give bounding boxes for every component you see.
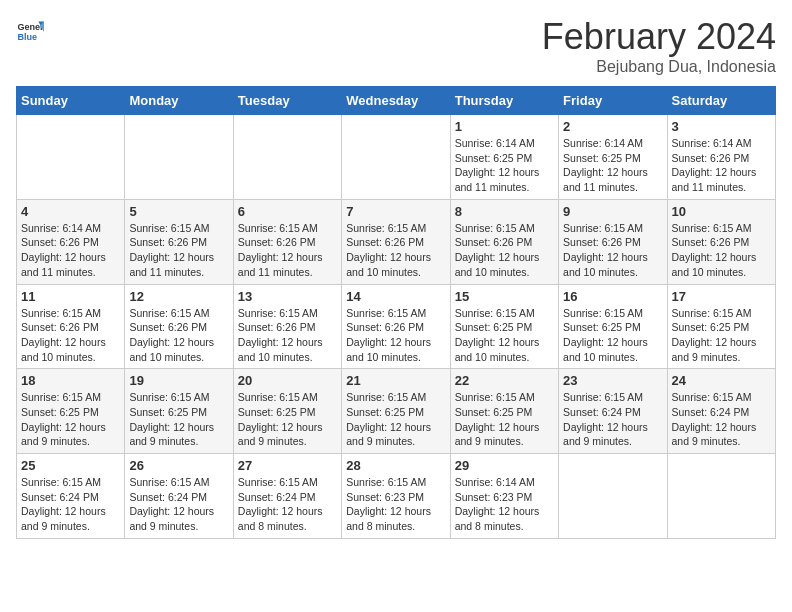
calendar-cell: 19Sunrise: 6:15 AM Sunset: 6:25 PM Dayli… (125, 369, 233, 454)
calendar-cell: 16Sunrise: 6:15 AM Sunset: 6:25 PM Dayli… (559, 284, 667, 369)
day-info: Sunrise: 6:15 AM Sunset: 6:26 PM Dayligh… (563, 221, 662, 280)
calendar-cell: 29Sunrise: 6:14 AM Sunset: 6:23 PM Dayli… (450, 454, 558, 539)
calendar-cell (559, 454, 667, 539)
svg-text:Blue: Blue (17, 32, 37, 42)
calendar-day-header: Monday (125, 87, 233, 115)
calendar-cell: 28Sunrise: 6:15 AM Sunset: 6:23 PM Dayli… (342, 454, 450, 539)
calendar-cell: 7Sunrise: 6:15 AM Sunset: 6:26 PM Daylig… (342, 199, 450, 284)
day-info: Sunrise: 6:15 AM Sunset: 6:26 PM Dayligh… (129, 306, 228, 365)
calendar-day-header: Sunday (17, 87, 125, 115)
calendar-week-row: 11Sunrise: 6:15 AM Sunset: 6:26 PM Dayli… (17, 284, 776, 369)
calendar-week-row: 4Sunrise: 6:14 AM Sunset: 6:26 PM Daylig… (17, 199, 776, 284)
day-info: Sunrise: 6:15 AM Sunset: 6:26 PM Dayligh… (346, 306, 445, 365)
calendar-cell: 11Sunrise: 6:15 AM Sunset: 6:26 PM Dayli… (17, 284, 125, 369)
day-info: Sunrise: 6:15 AM Sunset: 6:25 PM Dayligh… (238, 390, 337, 449)
calendar-body: 1Sunrise: 6:14 AM Sunset: 6:25 PM Daylig… (17, 115, 776, 539)
day-number: 6 (238, 204, 337, 219)
calendar-cell (342, 115, 450, 200)
day-number: 16 (563, 289, 662, 304)
day-info: Sunrise: 6:15 AM Sunset: 6:26 PM Dayligh… (672, 221, 771, 280)
day-number: 14 (346, 289, 445, 304)
calendar-day-header: Wednesday (342, 87, 450, 115)
calendar-day-header: Tuesday (233, 87, 341, 115)
day-info: Sunrise: 6:14 AM Sunset: 6:23 PM Dayligh… (455, 475, 554, 534)
day-number: 7 (346, 204, 445, 219)
day-number: 21 (346, 373, 445, 388)
calendar-cell: 8Sunrise: 6:15 AM Sunset: 6:26 PM Daylig… (450, 199, 558, 284)
day-number: 26 (129, 458, 228, 473)
calendar-cell: 12Sunrise: 6:15 AM Sunset: 6:26 PM Dayli… (125, 284, 233, 369)
subtitle: Bejubang Dua, Indonesia (542, 58, 776, 76)
calendar-cell: 20Sunrise: 6:15 AM Sunset: 6:25 PM Dayli… (233, 369, 341, 454)
day-info: Sunrise: 6:15 AM Sunset: 6:25 PM Dayligh… (129, 390, 228, 449)
calendar-cell: 13Sunrise: 6:15 AM Sunset: 6:26 PM Dayli… (233, 284, 341, 369)
day-info: Sunrise: 6:15 AM Sunset: 6:26 PM Dayligh… (455, 221, 554, 280)
title-block: February 2024 Bejubang Dua, Indonesia (542, 16, 776, 76)
day-number: 29 (455, 458, 554, 473)
calendar-cell: 18Sunrise: 6:15 AM Sunset: 6:25 PM Dayli… (17, 369, 125, 454)
calendar-cell (17, 115, 125, 200)
day-number: 8 (455, 204, 554, 219)
day-info: Sunrise: 6:15 AM Sunset: 6:25 PM Dayligh… (21, 390, 120, 449)
calendar-cell: 24Sunrise: 6:15 AM Sunset: 6:24 PM Dayli… (667, 369, 775, 454)
day-number: 12 (129, 289, 228, 304)
calendar: SundayMondayTuesdayWednesdayThursdayFrid… (16, 86, 776, 539)
day-number: 22 (455, 373, 554, 388)
day-info: Sunrise: 6:15 AM Sunset: 6:26 PM Dayligh… (346, 221, 445, 280)
day-number: 25 (21, 458, 120, 473)
calendar-cell: 23Sunrise: 6:15 AM Sunset: 6:24 PM Dayli… (559, 369, 667, 454)
calendar-cell: 21Sunrise: 6:15 AM Sunset: 6:25 PM Dayli… (342, 369, 450, 454)
day-info: Sunrise: 6:15 AM Sunset: 6:25 PM Dayligh… (346, 390, 445, 449)
calendar-week-row: 18Sunrise: 6:15 AM Sunset: 6:25 PM Dayli… (17, 369, 776, 454)
calendar-cell: 4Sunrise: 6:14 AM Sunset: 6:26 PM Daylig… (17, 199, 125, 284)
day-info: Sunrise: 6:14 AM Sunset: 6:25 PM Dayligh… (563, 136, 662, 195)
day-info: Sunrise: 6:14 AM Sunset: 6:26 PM Dayligh… (672, 136, 771, 195)
day-number: 24 (672, 373, 771, 388)
day-number: 17 (672, 289, 771, 304)
calendar-header-row: SundayMondayTuesdayWednesdayThursdayFrid… (17, 87, 776, 115)
calendar-cell: 3Sunrise: 6:14 AM Sunset: 6:26 PM Daylig… (667, 115, 775, 200)
day-number: 18 (21, 373, 120, 388)
calendar-cell (125, 115, 233, 200)
day-info: Sunrise: 6:15 AM Sunset: 6:24 PM Dayligh… (129, 475, 228, 534)
day-number: 9 (563, 204, 662, 219)
day-number: 13 (238, 289, 337, 304)
day-number: 27 (238, 458, 337, 473)
day-info: Sunrise: 6:15 AM Sunset: 6:26 PM Dayligh… (238, 306, 337, 365)
day-number: 28 (346, 458, 445, 473)
day-number: 11 (21, 289, 120, 304)
calendar-week-row: 25Sunrise: 6:15 AM Sunset: 6:24 PM Dayli… (17, 454, 776, 539)
calendar-cell: 5Sunrise: 6:15 AM Sunset: 6:26 PM Daylig… (125, 199, 233, 284)
calendar-cell (667, 454, 775, 539)
calendar-day-header: Saturday (667, 87, 775, 115)
calendar-cell: 26Sunrise: 6:15 AM Sunset: 6:24 PM Dayli… (125, 454, 233, 539)
logo: General Blue (16, 16, 44, 44)
day-number: 5 (129, 204, 228, 219)
day-info: Sunrise: 6:15 AM Sunset: 6:23 PM Dayligh… (346, 475, 445, 534)
day-info: Sunrise: 6:15 AM Sunset: 6:24 PM Dayligh… (672, 390, 771, 449)
calendar-cell: 6Sunrise: 6:15 AM Sunset: 6:26 PM Daylig… (233, 199, 341, 284)
day-info: Sunrise: 6:15 AM Sunset: 6:25 PM Dayligh… (455, 306, 554, 365)
calendar-cell (233, 115, 341, 200)
calendar-cell: 22Sunrise: 6:15 AM Sunset: 6:25 PM Dayli… (450, 369, 558, 454)
calendar-cell: 27Sunrise: 6:15 AM Sunset: 6:24 PM Dayli… (233, 454, 341, 539)
day-number: 2 (563, 119, 662, 134)
day-info: Sunrise: 6:14 AM Sunset: 6:26 PM Dayligh… (21, 221, 120, 280)
day-number: 19 (129, 373, 228, 388)
day-number: 10 (672, 204, 771, 219)
day-info: Sunrise: 6:15 AM Sunset: 6:26 PM Dayligh… (129, 221, 228, 280)
calendar-cell: 14Sunrise: 6:15 AM Sunset: 6:26 PM Dayli… (342, 284, 450, 369)
day-info: Sunrise: 6:15 AM Sunset: 6:24 PM Dayligh… (563, 390, 662, 449)
day-info: Sunrise: 6:15 AM Sunset: 6:26 PM Dayligh… (238, 221, 337, 280)
calendar-cell: 25Sunrise: 6:15 AM Sunset: 6:24 PM Dayli… (17, 454, 125, 539)
calendar-cell: 10Sunrise: 6:15 AM Sunset: 6:26 PM Dayli… (667, 199, 775, 284)
day-info: Sunrise: 6:15 AM Sunset: 6:25 PM Dayligh… (563, 306, 662, 365)
calendar-day-header: Thursday (450, 87, 558, 115)
day-number: 4 (21, 204, 120, 219)
day-number: 20 (238, 373, 337, 388)
day-info: Sunrise: 6:15 AM Sunset: 6:25 PM Dayligh… (672, 306, 771, 365)
day-info: Sunrise: 6:15 AM Sunset: 6:24 PM Dayligh… (238, 475, 337, 534)
calendar-week-row: 1Sunrise: 6:14 AM Sunset: 6:25 PM Daylig… (17, 115, 776, 200)
day-info: Sunrise: 6:15 AM Sunset: 6:24 PM Dayligh… (21, 475, 120, 534)
calendar-cell: 17Sunrise: 6:15 AM Sunset: 6:25 PM Dayli… (667, 284, 775, 369)
